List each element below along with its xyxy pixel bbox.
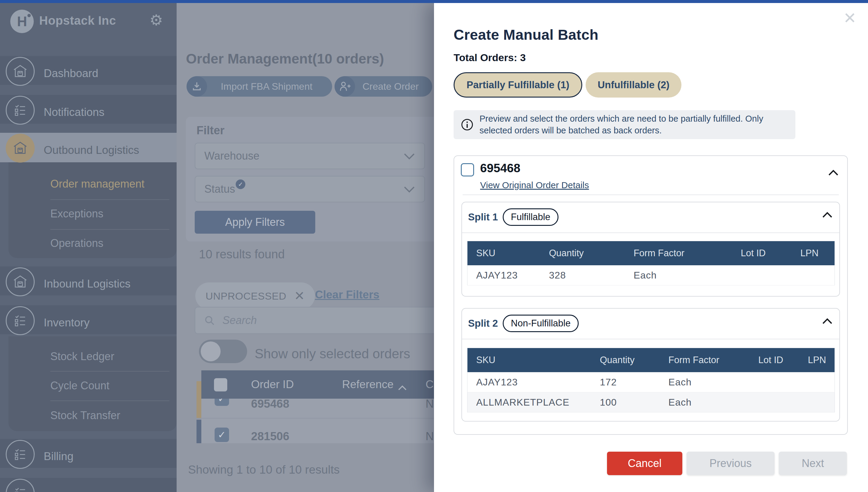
create-order-button[interactable]: Create Order [334, 76, 432, 97]
remove-chip-icon[interactable]: ✕ [294, 290, 305, 302]
view-original-order-details-link[interactable]: View Original Order Details [480, 180, 589, 190]
sidebar-item-inbound-logistics[interactable]: Inbound Logistics [44, 277, 131, 291]
order-card: 695468 View Original Order Details Split… [453, 155, 848, 435]
split-2-status-badge: Non-Fulfillable [503, 315, 579, 332]
filter-chip-label: UNPROCESSED [206, 290, 286, 302]
collapse-order-icon[interactable] [828, 170, 839, 177]
sidebar-item-notifications[interactable]: Notifications [44, 106, 104, 119]
checklist-icon[interactable] [6, 306, 35, 335]
divider [50, 400, 169, 401]
checklist-icon[interactable] [6, 96, 35, 125]
form-factor-cell: Each [660, 372, 750, 392]
sidebar-item-billing[interactable]: Billing [44, 450, 73, 463]
lpn-cell [792, 265, 835, 286]
app-root: H Hopstack Inc ⚙ Dashboard Notifications… [0, 0, 868, 492]
sku-cell: AJAY123 [467, 372, 591, 392]
chevron-down-icon [403, 183, 415, 195]
sidebar-item-stock-ledger[interactable]: Stock Ledger [50, 350, 114, 363]
warehouse-icon[interactable] [6, 134, 35, 163]
status-select[interactable]: Status ✓ [195, 176, 425, 202]
divider [462, 339, 839, 339]
sidebar-item-cycle-count[interactable]: Cycle Count [50, 379, 110, 392]
column-order-id[interactable]: Order ID [251, 378, 294, 391]
info-icon [461, 118, 473, 131]
lot-id-cell [750, 392, 799, 413]
table-row: AJAY123 172 Each [467, 372, 835, 392]
cancel-button[interactable]: Cancel [607, 452, 682, 475]
lot-id-cell [750, 372, 799, 392]
col-sku: SKU [467, 241, 540, 266]
apply-filters-button[interactable]: Apply Filters [195, 211, 315, 233]
download-icon [187, 76, 207, 97]
col-lpn: LPN [792, 241, 835, 266]
col-lpn: LPN [799, 348, 835, 372]
order-select-checkbox[interactable] [461, 163, 474, 176]
column-reference[interactable]: Reference [342, 378, 394, 391]
sidebar-item-order-management[interactable]: Order management [50, 178, 144, 190]
form-factor-cell: Each [625, 265, 732, 286]
previous-button[interactable]: Previous [686, 452, 775, 475]
total-orders: Total Orders: 3 [453, 52, 525, 64]
status-select-value: Status [204, 183, 235, 195]
split-1-items-table: SKU Quantity Form Factor Lot ID LPN AJAY… [467, 241, 835, 286]
sidebar-item-stock-transfer[interactable]: Stock Transfer [50, 409, 120, 422]
filter-chip-unprocessed[interactable]: UNPROCESSED ✕ [195, 282, 315, 310]
split-2-section: Split 2 Non-Fulfillable SKU Quantity For… [462, 308, 840, 421]
tab-partially-fulfillable[interactable]: Partially Fulfillable (1) [453, 72, 582, 98]
table-row: ALLMARKETPLACE 100 Each [467, 392, 835, 413]
col-quantity: Quantity [540, 241, 625, 266]
modal-title: Create Manual Batch [453, 26, 599, 43]
close-icon[interactable]: ✕ [843, 9, 857, 27]
sidebar-item-inventory[interactable]: Inventory [44, 316, 90, 329]
collapse-split-icon[interactable] [822, 318, 833, 325]
results-summary: 10 results found [199, 247, 285, 261]
import-fba-shipment-button[interactable]: Import FBA Shipment [187, 76, 332, 97]
sidebar-item-dashboard[interactable]: Dashboard [44, 67, 98, 80]
settings-gear-icon[interactable]: ⚙ [149, 11, 163, 29]
clear-filters-link[interactable]: Clear Filters [315, 289, 379, 301]
warehouse-icon[interactable] [6, 57, 35, 86]
warehouse-select[interactable]: Warehouse [195, 143, 425, 169]
company-name: Hopstack Inc [39, 14, 116, 27]
show-selected-toggle-label: Show only selected orders [255, 346, 410, 361]
sidebar-item-outbound-logistics[interactable]: Outbound Logistics [44, 144, 139, 157]
show-selected-toggle[interactable] [199, 340, 247, 363]
tab-partially-fulfillable-label: Partially Fulfillable (1) [467, 79, 569, 91]
lot-id-cell [732, 265, 792, 286]
sort-asc-icon[interactable] [398, 380, 407, 393]
col-form-factor: Form Factor [660, 348, 750, 372]
lpn-cell [799, 392, 835, 413]
checklist-icon[interactable] [6, 440, 35, 469]
row-accent-bar-unprocessed [196, 381, 201, 418]
collapse-split-icon[interactable] [822, 212, 833, 219]
col-form-factor: Form Factor [625, 241, 732, 266]
company-logo: H [10, 10, 34, 33]
status-filter-count-badge: ✓ [236, 179, 245, 189]
table-row: AJAY123 328 Each [467, 265, 835, 286]
toggle-knob [201, 341, 220, 361]
company-logo-mark: H [17, 13, 27, 29]
chevron-down-icon [403, 150, 415, 162]
col-quantity: Quantity [591, 348, 660, 372]
warehouse-icon[interactable] [6, 267, 35, 296]
select-all-checkbox[interactable] [214, 378, 227, 391]
col-sku: SKU [467, 348, 591, 372]
next-button[interactable]: Next [779, 452, 847, 475]
filter-heading: Filter [196, 124, 225, 137]
order-id-cell[interactable]: 695468 [251, 397, 289, 411]
info-banner-text: Preview and select the orders which are … [479, 113, 787, 137]
import-fba-shipment-label: Import FBA Shipment [207, 81, 332, 92]
quantity-cell: 172 [591, 372, 660, 392]
split-1-name: Split 1 [468, 212, 498, 223]
row-checkbox-checked[interactable]: ✓ [215, 427, 229, 442]
sidebar-item-operations[interactable]: Operations [50, 237, 103, 250]
create-order-label: Create Order [355, 81, 432, 92]
col-lot-id: Lot ID [750, 348, 799, 372]
search-input[interactable] [222, 314, 464, 327]
order-id-cell[interactable]: 281506 [251, 430, 289, 443]
create-manual-batch-modal: ✕ Create Manual Batch Total Orders: 3 Pa… [434, 3, 868, 492]
divider [462, 232, 839, 233]
tab-unfulfillable[interactable]: Unfulfillable (2) [586, 72, 681, 98]
split-2-name: Split 2 [468, 318, 498, 329]
sidebar-item-exceptions[interactable]: Exceptions [50, 207, 103, 220]
